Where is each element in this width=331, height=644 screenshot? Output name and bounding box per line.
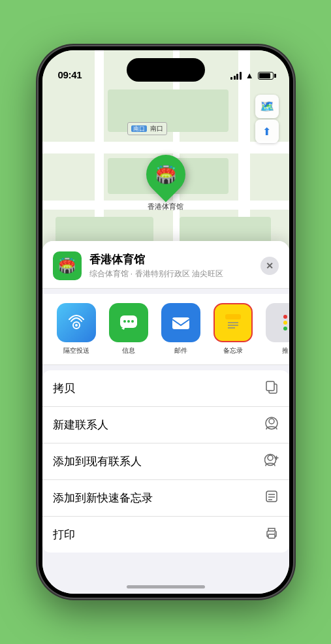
wifi-icon: ▲ — [245, 71, 254, 80]
action-add-existing[interactable]: 添加到现有联系人 — [42, 443, 289, 480]
more-label: 推 — [282, 346, 289, 355]
print-label: 打印 — [53, 527, 75, 542]
share-item-airdrop[interactable]: 隔空投送 — [53, 303, 100, 355]
pin-emoji: 🏟️ — [155, 165, 176, 185]
svg-point-4 — [127, 320, 130, 323]
status-icons: ▲ — [230, 71, 273, 80]
svg-point-5 — [131, 320, 134, 323]
close-button[interactable]: ✕ — [260, 257, 279, 275]
status-time: 09:41 — [58, 69, 82, 80]
messages-icon — [109, 303, 148, 342]
svg-point-26 — [274, 532, 276, 534]
svg-rect-25 — [268, 534, 275, 538]
svg-rect-6 — [172, 317, 189, 329]
pin-label: 香港体育馆 — [148, 202, 183, 212]
battery-icon — [258, 72, 274, 80]
map-label: 南口 南口 — [127, 122, 168, 135]
new-contact-icon — [264, 416, 279, 434]
mail-label: 邮件 — [174, 346, 187, 355]
dynamic-island — [127, 58, 205, 82]
map-layers-button[interactable]: 🗺️ — [255, 95, 279, 118]
phone-frame: 09:41 ▲ — [39, 46, 293, 598]
svg-point-1 — [75, 324, 78, 327]
copy-icon — [264, 379, 279, 397]
notes-icon — [213, 303, 253, 342]
action-copy[interactable]: 拷贝 — [42, 370, 289, 407]
close-icon: ✕ — [266, 261, 274, 271]
phone-screen: 09:41 ▲ — [42, 50, 289, 594]
mail-icon — [161, 303, 200, 342]
bottom-sheet: 🏟️ 香港体育馆 综合体育馆 · 香港特别行政区 油尖旺区 ✕ — [42, 241, 289, 594]
action-new-contact[interactable]: 新建联系人 — [42, 407, 289, 443]
sheet-header: 🏟️ 香港体育馆 综合体育馆 · 香港特别行政区 油尖旺区 ✕ — [42, 241, 289, 289]
location-button[interactable]: ⬆ — [255, 120, 279, 143]
pin-bubble: 🏟️ — [138, 147, 193, 202]
map-block — [108, 89, 229, 132]
share-item-notes[interactable]: 备忘录 — [210, 303, 257, 355]
map-controls: 🗺️ ⬆ — [255, 95, 279, 143]
share-item-more[interactable]: 推 — [262, 303, 289, 355]
airdrop-icon — [57, 303, 96, 342]
messages-label: 信息 — [122, 346, 135, 355]
location-icon: ⬆ — [262, 125, 271, 138]
add-notes-label: 添加到新快速备忘录 — [53, 491, 153, 506]
notes-label: 备忘录 — [223, 346, 243, 355]
svg-point-16 — [268, 455, 273, 460]
add-notes-icon — [264, 489, 279, 507]
new-contact-label: 新建联系人 — [53, 417, 108, 432]
action-add-notes[interactable]: 添加到新快速备忘录 — [42, 480, 289, 517]
share-row: 隔空投送 信息 — [42, 294, 289, 365]
svg-rect-13 — [266, 381, 274, 391]
map-road — [42, 142, 289, 153]
action-print[interactable]: 打印 — [42, 517, 289, 553]
svg-point-14 — [269, 419, 274, 424]
layers-icon: 🗺️ — [260, 99, 274, 114]
add-existing-icon — [264, 453, 279, 470]
svg-point-3 — [123, 320, 126, 323]
airdrop-label: 隔空投送 — [63, 346, 89, 355]
svg-rect-8 — [225, 314, 241, 319]
action-list: 拷贝 新建联系人 — [42, 370, 289, 553]
venue-info: 香港体育馆 综合体育馆 · 香港特别行政区 油尖旺区 — [89, 252, 253, 280]
signal-icon — [230, 72, 242, 80]
copy-label: 拷贝 — [53, 381, 75, 396]
home-indicator — [127, 585, 205, 588]
print-icon — [264, 526, 279, 543]
location-pin: 🏟️ 香港体育馆 — [146, 155, 185, 212]
venue-subtitle: 综合体育馆 · 香港特别行政区 油尖旺区 — [89, 268, 253, 280]
share-item-messages[interactable]: 信息 — [105, 303, 152, 355]
venue-name: 香港体育馆 — [89, 252, 253, 267]
more-icon — [266, 303, 289, 342]
share-item-mail[interactable]: 邮件 — [157, 303, 204, 355]
add-existing-label: 添加到现有联系人 — [53, 454, 142, 469]
venue-icon: 🏟️ — [53, 251, 82, 280]
